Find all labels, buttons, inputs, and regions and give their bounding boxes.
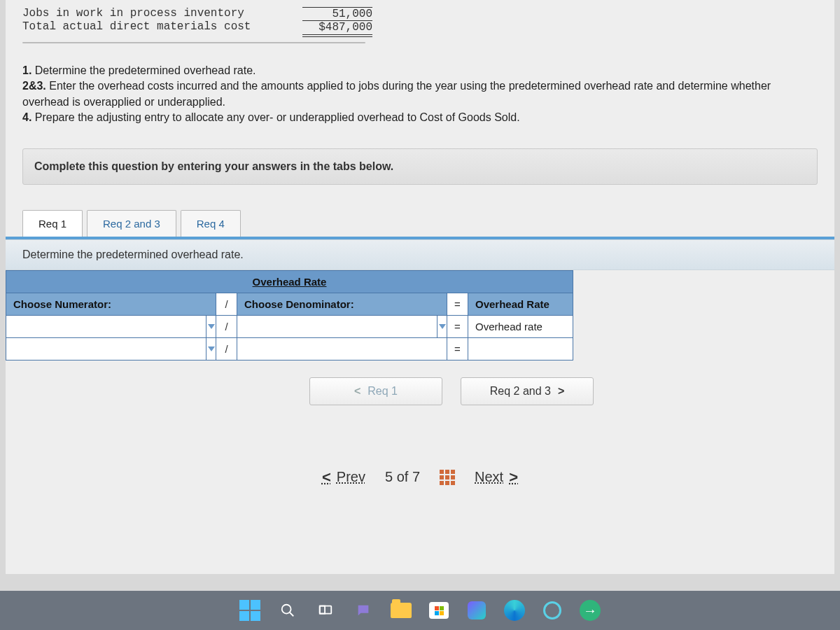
numerator-input[interactable] (6, 315, 206, 337)
chevron-right-icon: > (509, 468, 518, 486)
equals: = (447, 315, 468, 337)
chevron-right-icon: > (558, 385, 564, 398)
svg-rect-3 (320, 606, 325, 614)
grid-icon[interactable] (440, 470, 455, 485)
prev-question-button[interactable]: < Prev (322, 468, 365, 486)
app-icon[interactable] (539, 597, 566, 624)
search-icon[interactable] (274, 597, 301, 624)
cost-label: Jobs in work in process inventory (22, 7, 302, 20)
next-question-button[interactable]: Next > (475, 468, 518, 486)
cost-summary: Jobs in work in process inventory 51,000… (6, 0, 834, 35)
cost-row: Total actual direct materials cost $487,… (22, 20, 818, 35)
copilot-icon[interactable] (463, 597, 490, 624)
prev-step-button: < Req 1 (309, 377, 442, 405)
instructions: 1. Determine the predetermined overhead … (6, 43, 834, 139)
assignment-page: Jobs in work in process inventory 51,000… (6, 0, 834, 574)
start-icon[interactable] (237, 597, 263, 624)
chevron-left-icon: < (322, 468, 331, 486)
rate-label: Overhead Rate (468, 293, 573, 315)
taskview-icon[interactable] (312, 597, 339, 624)
windows-taskbar: → (0, 591, 840, 630)
slash: / (216, 293, 237, 315)
instr-text: Determine the predetermined overhead rat… (31, 64, 255, 76)
rate-result: Overhead rate (468, 315, 573, 337)
app-icon[interactable]: → (577, 597, 603, 624)
prev-step-label: Req 1 (368, 385, 398, 398)
tab-req2and3[interactable]: Req 2 and 3 (87, 210, 176, 237)
numerator-label: Choose Numerator: (6, 293, 216, 315)
dropdown-icon[interactable] (438, 315, 447, 337)
slash: / (216, 337, 237, 360)
denominator-input[interactable] (237, 315, 438, 337)
chat-icon[interactable] (350, 597, 377, 624)
instr-num: 1. (22, 64, 31, 76)
cost-value: 51,000 (302, 7, 372, 20)
dropdown-icon[interactable] (206, 337, 216, 360)
page-count: 5 of 7 (385, 469, 420, 485)
tab-req4[interactable]: Req 4 (181, 210, 241, 237)
question-pager: < Prev 5 of 7 Next > (6, 468, 834, 486)
instr-text: Prepare the adjusting entry to allocate … (31, 111, 519, 123)
edge-icon[interactable] (501, 597, 528, 624)
rate-result-2[interactable] (468, 337, 573, 360)
tab-instruction: Determine the predetermined overhead rat… (6, 239, 834, 270)
dropdown-icon[interactable] (206, 315, 216, 337)
cost-value-total: $487,000 (302, 20, 372, 35)
cost-label: Total actual direct materials cost (22, 20, 302, 35)
denominator-input-2[interactable] (237, 337, 447, 360)
equals: = (447, 293, 468, 315)
chevron-left-icon: < (354, 385, 360, 398)
next-label: Next (475, 469, 503, 485)
table-header: Overhead Rate (6, 270, 573, 293)
next-step-label: Req 2 and 3 (490, 385, 551, 398)
equals: = (447, 337, 468, 360)
overhead-rate-table: Overhead Rate Choose Numerator: / Choose… (6, 270, 573, 360)
explorer-icon[interactable] (388, 597, 414, 624)
numerator-input-2[interactable] (6, 337, 206, 360)
cost-row: Jobs in work in process inventory 51,000 (22, 7, 818, 20)
slash: / (216, 315, 237, 337)
tab-req1[interactable]: Req 1 (22, 210, 83, 237)
instr-num: 2&3. (22, 80, 46, 92)
instr-text: Enter the overhead costs incurred and th… (22, 80, 771, 107)
tab-strip: Req 1 Req 2 and 3 Req 4 (6, 210, 834, 237)
instr-num: 4. (22, 111, 31, 123)
step-nav: < Req 1 Req 2 and 3 > (6, 377, 834, 405)
prev-label: Prev (337, 469, 365, 485)
store-icon[interactable] (426, 597, 452, 624)
svg-point-0 (282, 605, 291, 614)
next-step-button[interactable]: Req 2 and 3 > (461, 377, 594, 405)
svg-line-1 (290, 612, 294, 617)
complete-banner: Complete this question by entering your … (22, 148, 818, 185)
denominator-label: Choose Denominator: (237, 293, 447, 315)
